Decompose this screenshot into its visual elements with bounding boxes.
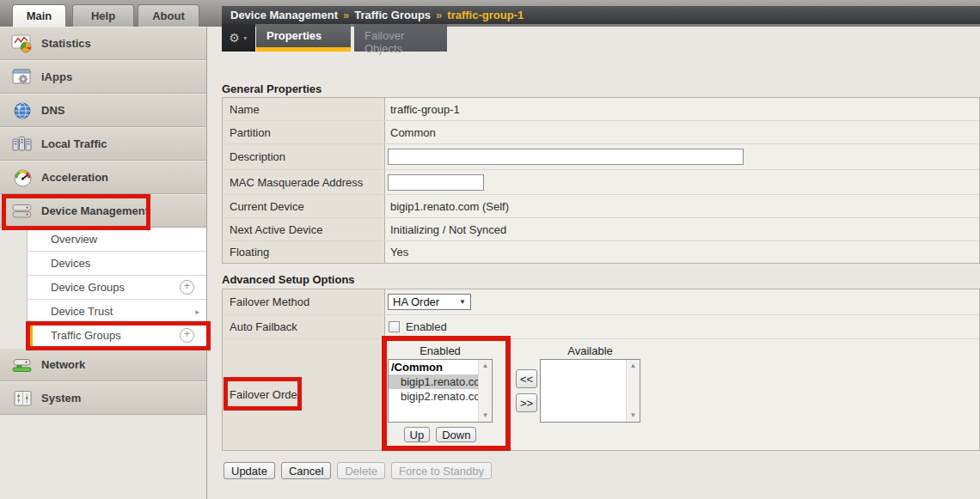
sidebar-item-iapps[interactable]: iApps bbox=[0, 60, 206, 94]
auto-failback-checkbox-label: Enabled bbox=[406, 320, 447, 333]
update-button[interactable]: Update bbox=[224, 462, 275, 479]
sidebar-item-label: Statistics bbox=[41, 37, 91, 50]
scroll-down-icon[interactable]: ▼ bbox=[630, 412, 637, 419]
scroll-up-icon[interactable]: ▲ bbox=[630, 362, 637, 369]
sidebar-item-label: iApps bbox=[41, 70, 72, 83]
tab-help[interactable]: Help bbox=[72, 4, 134, 27]
enabled-listbox[interactable]: /Common bigip1.renato.com bigip2.renato.… bbox=[388, 359, 493, 423]
options-menu-button[interactable]: ⚙ ▼ bbox=[222, 24, 255, 52]
submenu-expand-icon: ▸ bbox=[195, 307, 199, 316]
failover-method-label: Failover Method bbox=[223, 289, 385, 314]
current-device-label: Current Device bbox=[223, 195, 385, 217]
breadcrumb-current: traffic-group-1 bbox=[447, 9, 524, 21]
tab-properties[interactable]: Properties bbox=[256, 24, 351, 52]
sidebar-item-system[interactable]: System bbox=[0, 381, 206, 415]
current-device-value: bigip1.renato.com (Self) bbox=[385, 195, 979, 217]
table-row-mac-masquerade: MAC Masquerade Address bbox=[223, 170, 979, 195]
active-item-marker bbox=[28, 324, 33, 347]
table-row-name: Name traffic-group-1 bbox=[223, 98, 979, 121]
table-row-next-active-device: Next Active Device Initializing / Not Sy… bbox=[223, 218, 979, 241]
advanced-setup-title: Advanced Setup Options bbox=[222, 273, 355, 286]
name-value: traffic-group-1 bbox=[385, 98, 979, 120]
sidebar-item-label: DNS bbox=[41, 104, 64, 117]
sidebar-item-label: Local Traffic bbox=[41, 137, 107, 150]
add-icon[interactable]: + bbox=[180, 280, 194, 295]
failover-order-label: Failover Order bbox=[223, 339, 385, 450]
chevron-down-icon: ▼ bbox=[242, 35, 248, 41]
failover-method-select[interactable]: HA Order ▼ bbox=[388, 294, 471, 310]
move-down-button[interactable]: Down bbox=[436, 427, 476, 442]
mac-masquerade-input[interactable] bbox=[388, 174, 484, 191]
sidebar-item-acceleration[interactable]: Acceleration bbox=[0, 161, 206, 194]
sidebar-item-label: Network bbox=[41, 358, 85, 371]
partition-group-label: /Common bbox=[389, 360, 492, 374]
enabled-list-title: Enabled bbox=[388, 344, 493, 357]
add-icon[interactable]: + bbox=[180, 328, 194, 343]
table-row-auto-failback: Auto Failback Enabled bbox=[223, 315, 979, 339]
sidebar-item-dns[interactable]: DNS bbox=[0, 94, 206, 127]
local-traffic-icon bbox=[11, 134, 34, 155]
sidebar: Statistics iApps bbox=[0, 27, 207, 499]
content-tabbar: ⚙ ▼ Properties Failover Objects bbox=[222, 24, 447, 52]
breadcrumb-separator: » bbox=[343, 9, 349, 21]
floating-label: Floating bbox=[223, 241, 385, 263]
move-to-enabled-button[interactable]: << bbox=[516, 369, 537, 388]
sidebar-item-device-trust[interactable]: Device Trust ▸ bbox=[28, 300, 206, 324]
list-item-bigip2[interactable]: bigip2.renato.com bbox=[389, 389, 492, 404]
available-listbox[interactable]: ▲ ▼ bbox=[540, 359, 640, 423]
auto-failback-label: Auto Failback bbox=[223, 315, 385, 338]
floating-value: Yes bbox=[385, 241, 979, 263]
sidebar-item-label: System bbox=[41, 392, 81, 405]
description-input[interactable] bbox=[388, 149, 744, 165]
partition-label: Partition bbox=[223, 121, 385, 143]
submenu-item-label: Overview bbox=[51, 233, 97, 246]
cancel-button[interactable]: Cancel bbox=[281, 462, 331, 479]
form-actions: Update Cancel Delete Force to Standby bbox=[224, 462, 492, 479]
iapps-icon bbox=[11, 67, 34, 88]
general-properties-table: Name traffic-group-1 Partition Common De… bbox=[222, 97, 980, 264]
breadcrumb-traffic-groups[interactable]: Traffic Groups bbox=[354, 9, 431, 21]
tab-failover-objects[interactable]: Failover Objects bbox=[354, 24, 447, 52]
table-row-floating: Floating Yes bbox=[223, 241, 979, 263]
screen: Main Help About Device Management » Traf… bbox=[0, 0, 980, 499]
table-row-failover-order: Failover Order Enabled /Common bigip1.re… bbox=[223, 339, 979, 450]
sidebar-item-devices[interactable]: Devices bbox=[28, 252, 206, 276]
sidebar-item-overview[interactable]: Overview bbox=[28, 228, 206, 252]
sidebar-item-label: Acceleration bbox=[41, 171, 108, 184]
sidebar-item-local-traffic[interactable]: Local Traffic bbox=[0, 127, 206, 161]
move-up-button[interactable]: Up bbox=[404, 427, 431, 442]
submenu-item-label: Device Trust bbox=[51, 305, 113, 318]
breadcrumb-separator: » bbox=[436, 9, 442, 21]
tab-main[interactable]: Main bbox=[12, 4, 66, 27]
auto-failback-checkbox[interactable] bbox=[389, 321, 400, 332]
delete-button[interactable]: Delete bbox=[337, 462, 385, 479]
mac-masquerade-label: MAC Masquerade Address bbox=[223, 170, 385, 194]
breadcrumb-device-management[interactable]: Device Management bbox=[230, 9, 338, 21]
force-to-standby-button[interactable]: Force to Standby bbox=[391, 462, 492, 479]
list-item-bigip1[interactable]: bigip1.renato.com bbox=[389, 374, 492, 389]
sidebar-item-network[interactable]: Network bbox=[0, 348, 206, 381]
available-list-scrollbar[interactable]: ▲ ▼ bbox=[626, 360, 640, 422]
sidebar-item-statistics[interactable]: Statistics bbox=[0, 27, 206, 60]
sidebar-item-device-management[interactable]: Device Management bbox=[0, 194, 206, 228]
scroll-down-icon[interactable]: ▼ bbox=[482, 412, 489, 419]
tab-about[interactable]: About bbox=[138, 4, 199, 27]
breadcrumb: Device Management » Traffic Groups » tra… bbox=[222, 6, 980, 24]
dns-icon bbox=[11, 100, 34, 121]
acceleration-icon bbox=[11, 167, 34, 188]
table-row-failover-method: Failover Method HA Order ▼ bbox=[223, 289, 979, 315]
sidebar-item-label: Device Management bbox=[41, 204, 149, 217]
sidebar-item-device-groups[interactable]: Device Groups + bbox=[28, 276, 206, 300]
partition-value: Common bbox=[385, 121, 979, 143]
name-label: Name bbox=[223, 98, 385, 120]
available-list-title: Available bbox=[540, 344, 640, 357]
submenu-item-label: Traffic Groups bbox=[51, 329, 121, 342]
table-row-description: Description bbox=[223, 144, 979, 170]
general-properties-title: General Properties bbox=[222, 82, 322, 95]
enabled-list-scrollbar[interactable]: ▲ ▼ bbox=[478, 360, 492, 422]
next-active-device-value: Initializing / Not Synced bbox=[385, 218, 979, 240]
move-to-available-button[interactable]: >> bbox=[516, 393, 537, 412]
sidebar-item-traffic-groups[interactable]: Traffic Groups + bbox=[28, 324, 206, 348]
submenu-item-label: Devices bbox=[51, 257, 90, 270]
scroll-up-icon[interactable]: ▲ bbox=[482, 362, 489, 369]
